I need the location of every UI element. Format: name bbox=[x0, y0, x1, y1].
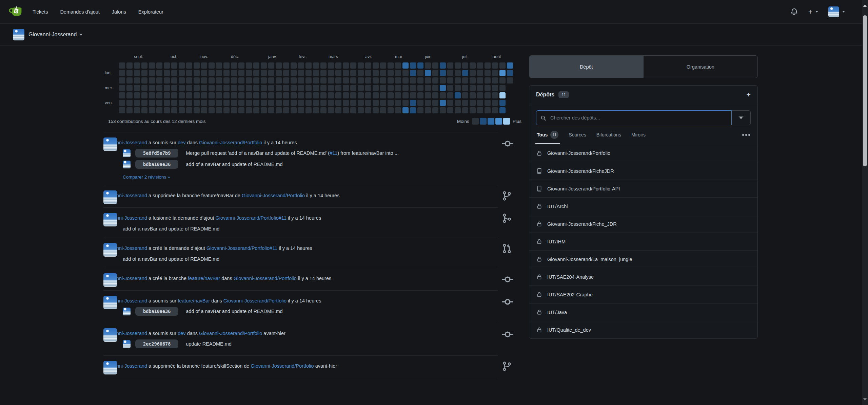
filter-tab-sources[interactable]: Sources bbox=[569, 132, 586, 143]
heatmap-cell bbox=[462, 70, 468, 76]
notifications-bell-icon[interactable] bbox=[790, 8, 798, 16]
heatmap-cell bbox=[216, 85, 222, 91]
repo-search-input[interactable] bbox=[550, 115, 727, 121]
heatmap-cell bbox=[328, 107, 334, 113]
heatmap-cell bbox=[350, 107, 356, 113]
scrollbar-thumb[interactable] bbox=[863, 15, 867, 166]
heatmap-cell bbox=[231, 100, 237, 106]
new-repo-button[interactable]: + bbox=[746, 91, 751, 98]
filter-tab-label: Bifurcations bbox=[596, 132, 621, 137]
feed-avatar bbox=[103, 328, 117, 342]
filter-tab-bifurcations[interactable]: Bifurcations bbox=[596, 132, 621, 143]
heatmap-cell bbox=[447, 62, 453, 69]
commit-hash[interactable]: 2ec2960678 bbox=[135, 339, 178, 348]
feed-item: Giovanni-Josserand a fusionné la demande… bbox=[103, 208, 498, 238]
heatmap-cell bbox=[380, 100, 386, 106]
commit-hash[interactable]: 5e8fd5e7b9 bbox=[135, 149, 178, 158]
contribution-summary: 153 contributions au cours des 12 dernie… bbox=[108, 119, 205, 124]
feed-link[interactable]: Giovanni-Josserand/Portfolio bbox=[199, 140, 262, 145]
feed-text: avant-hier bbox=[262, 331, 285, 336]
heatmap-cell bbox=[410, 70, 416, 76]
tab-organisation[interactable]: Organisation bbox=[644, 56, 758, 78]
context-switcher[interactable]: Giovanni-Josserand bbox=[13, 29, 82, 40]
repo-row[interactable]: Giovanni-Josserand/Portfolio bbox=[529, 144, 757, 162]
tab-depot[interactable]: Dépôt bbox=[529, 56, 644, 78]
repo-row[interactable]: Giovanni-Josserand/La_maison_jungle bbox=[529, 250, 757, 268]
heatmap-cell bbox=[313, 100, 319, 106]
feed-avatar bbox=[103, 296, 117, 309]
feed-link[interactable]: feature/navBar bbox=[178, 298, 210, 303]
compare-revisions-link[interactable]: Comparer 2 révisions » bbox=[123, 174, 170, 180]
heatmap-cell bbox=[246, 107, 252, 113]
nav-item-demandes-d-ajout[interactable]: Demandes d'ajout bbox=[60, 9, 99, 15]
feed-link[interactable]: Giovanni-Josserand/Portfolio bbox=[251, 363, 314, 369]
heatmap-cell bbox=[499, 85, 506, 91]
feed-link[interactable]: Giovanni-Josserand/Portfolio bbox=[242, 193, 305, 198]
repo-row[interactable]: Giovanni-Josserand/Fiche_JDR bbox=[529, 215, 757, 233]
scrollbar-up-arrow-icon[interactable] bbox=[863, 2, 867, 7]
heatmap-month-label: sept. bbox=[134, 54, 143, 59]
commit-hash[interactable]: bdba10ae36 bbox=[135, 160, 178, 169]
feed-link[interactable]: Giovanni-Josserand/Portfolio#11 bbox=[216, 215, 287, 221]
heatmap-cell bbox=[276, 107, 282, 113]
repo-name: Giovanni-Josserand/La_maison_jungle bbox=[547, 257, 632, 262]
heatmap-cell bbox=[253, 77, 259, 84]
filter-tab-tous[interactable]: Tous11 bbox=[537, 131, 558, 144]
filter-button[interactable] bbox=[732, 110, 751, 125]
repo-row[interactable]: Giovanni-Josserand/Portfolio-API bbox=[529, 180, 757, 197]
nav-item-tickets[interactable]: Tickets bbox=[33, 9, 48, 15]
heatmap-grid[interactable] bbox=[119, 62, 521, 113]
commit-hash[interactable]: bdba10ae36 bbox=[135, 307, 178, 316]
heatmap-cell bbox=[492, 62, 498, 69]
context-name: Giovanni-Josserand bbox=[28, 32, 77, 38]
page-scrollbar[interactable] bbox=[862, 0, 868, 405]
heatmap-cell bbox=[470, 92, 476, 98]
repo-row[interactable]: IUT/IHM bbox=[529, 233, 757, 250]
feed-link[interactable]: Giovanni-Josserand/Portfolio#11 bbox=[206, 245, 277, 251]
feed-link[interactable]: dev bbox=[178, 140, 185, 145]
feed-headline: Giovanni-Josserand a soumis sur dev dans… bbox=[103, 136, 498, 146]
heatmap-cell bbox=[291, 77, 297, 84]
create-new-button[interactable]: + bbox=[808, 8, 818, 15]
heatmap-cell bbox=[343, 77, 349, 84]
feed-link[interactable]: Giovanni-Josserand/Portfolio bbox=[199, 331, 262, 336]
heatmap-cell bbox=[141, 92, 147, 98]
repo-row[interactable]: IUT/SAE204-Analyse bbox=[529, 268, 757, 286]
filter-tab-miroirs[interactable]: Miroirs bbox=[631, 132, 646, 143]
scrollbar-down-arrow-icon[interactable] bbox=[863, 398, 867, 403]
heatmap-cell bbox=[126, 85, 133, 91]
heatmap-cell bbox=[186, 70, 192, 76]
repo-row[interactable]: IUT/SAE202-Graphe bbox=[529, 286, 757, 303]
feed-text: a supprimée la branche feature/skillSect… bbox=[147, 363, 251, 369]
heatmap-cell bbox=[134, 62, 140, 69]
heatmap-cell bbox=[313, 107, 319, 113]
heatmap-cell bbox=[313, 92, 319, 98]
heatmap-cell bbox=[335, 77, 341, 84]
heatmap-cell bbox=[499, 70, 506, 76]
repo-name: IUT/SAE202-Graphe bbox=[547, 292, 593, 297]
repo-row[interactable]: Giovanni-Josserand/FicheJDR bbox=[529, 162, 757, 180]
heatmap-cell bbox=[194, 85, 200, 91]
heatmap-cell bbox=[283, 100, 289, 106]
feed-link[interactable]: Giovanni-Josserand/Portfolio bbox=[234, 276, 297, 281]
feed-link[interactable]: dev bbox=[178, 331, 185, 336]
lock-icon bbox=[536, 203, 542, 209]
heatmap-month-label: févr. bbox=[299, 54, 307, 59]
heatmap-cell bbox=[246, 62, 252, 69]
repo-row[interactable]: IUT/Archi bbox=[529, 197, 757, 215]
heatmap-cell bbox=[119, 77, 125, 84]
chevron-down-icon bbox=[842, 11, 845, 13]
heatmap-cell bbox=[388, 92, 394, 98]
nav-item-jalons[interactable]: Jalons bbox=[112, 9, 126, 15]
more-filters-icon[interactable] bbox=[742, 134, 750, 141]
user-menu[interactable] bbox=[828, 6, 845, 17]
feed-body-text: add of a navBar and update of README.md bbox=[123, 256, 488, 262]
repo-row[interactable]: IUT/Qualite_de_dev bbox=[529, 321, 757, 338]
commit-message-link[interactable]: #11 bbox=[330, 150, 337, 156]
gitea-logo-icon[interactable]: b bbox=[8, 5, 22, 19]
repo-row[interactable]: IUT/Java bbox=[529, 303, 757, 321]
feed-link[interactable]: Giovanni-Josserand/Portfolio bbox=[223, 298, 287, 303]
feed-text: a supprimée la branche feature/navBar de bbox=[147, 193, 242, 198]
nav-item-explorateur[interactable]: Explorateur bbox=[138, 9, 163, 15]
feed-link[interactable]: feature/navBar bbox=[188, 276, 220, 281]
